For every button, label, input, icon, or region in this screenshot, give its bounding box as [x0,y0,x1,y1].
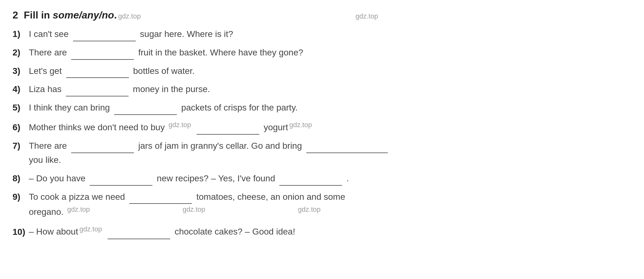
watermark-9a: gdz.top [67,205,90,213]
list-item: 6) Mother thinks we don't need to buy gd… [13,119,631,135]
watermark-9c: gdz.top [298,205,320,213]
blank-10 [108,239,170,239]
item-number-7: 7) [13,139,29,153]
item-text-7: There are jars of jam in granny's cellar… [29,139,631,153]
exercise-header: 2 Fill in some/any/no. gdz.top gdz.top [13,9,631,21]
exercise-number: 2 [13,9,18,21]
item-number-8: 8) [13,172,29,186]
watermark-6a: gdz.top [168,121,191,129]
list-item: 5) I think they can bring packets of cri… [13,101,631,115]
list-item: 1) I can't see sugar here. Where is it? [13,27,631,41]
list-item: 4) Liza has money in the purse. [13,82,631,96]
watermark-9b: gdz.top [182,205,205,213]
blank-2 [71,59,134,60]
item-text-1: I can't see sugar here. Where is it? [29,27,631,41]
watermark-top-right: gdz.top [356,12,378,20]
item-text-2: There are fruit in the basket. Where hav… [29,46,631,60]
item-text-10: – How aboutgdz.top chocolate cakes? – Go… [29,224,631,239]
item-text-5: I think they can bring packets of crisps… [29,101,631,115]
item-text-8: – Do you have new recipes? – Yes, I've f… [29,172,631,186]
watermark-6b: gdz.top [289,121,312,129]
item-text-4: Liza has money in the purse. [29,82,631,96]
item-text-9: To cook a pizza we need tomatoes, cheese… [29,190,631,204]
item-number-3: 3) [13,64,29,78]
exercise-title: Fill in some/any/no. [24,9,117,21]
item-number-10: 10) [13,225,29,239]
blank-6 [197,134,259,135]
item-continuation-9: oregano. gdz.top gdz.top gdz.top [13,204,631,219]
blank-8b [279,185,342,186]
watermark-header: gdz.top [118,12,141,20]
item-text-3: Let's get bottles of water. [29,64,631,78]
item-continuation-7: you like. [13,153,631,167]
list-item: 2) There are fruit in the basket. Where … [13,46,631,60]
list-item: 7) There are jars of jam in granny's cel… [13,139,631,167]
item-number-4: 4) [13,82,29,96]
item-number-2: 2) [13,46,29,60]
blank-5 [114,114,177,115]
blank-3 [66,77,129,78]
item-text-6: Mother thinks we don't need to buy gdz.t… [29,119,631,135]
list-item: 10) – How aboutgdz.top chocolate cakes? … [13,224,631,239]
item-number-6: 6) [13,121,29,135]
exercise-container: 2 Fill in some/any/no. gdz.top gdz.top 1… [13,9,631,239]
blank-8a [90,185,152,186]
list-item: 3) Let's get bottles of water. [13,64,631,78]
item-number-5: 5) [13,101,29,115]
item-number-1: 1) [13,27,29,41]
item-number-9: 9) [13,190,29,204]
watermark-10: gdz.top [79,225,102,233]
list-item: 9) To cook a pizza we need tomatoes, che… [13,190,631,220]
blank-1 [73,41,136,41]
list-item: 8) – Do you have new recipes? – Yes, I'v… [13,172,631,186]
blank-4 [66,96,129,96]
exercise-list: 1) I can't see sugar here. Where is it? … [13,27,631,239]
